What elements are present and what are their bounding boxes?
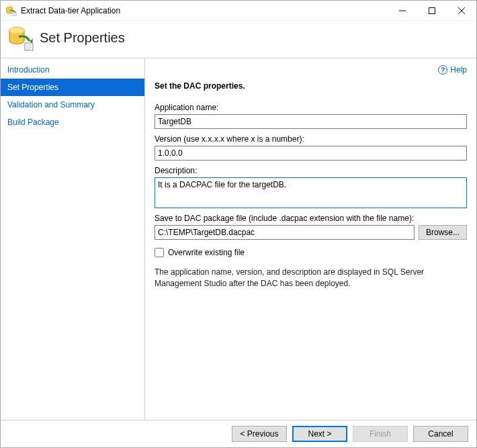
info-text: The application name, version, and descr… — [155, 267, 467, 289]
close-button[interactable] — [447, 1, 476, 21]
version-label: Version (use x.x.x.x where x is a number… — [155, 134, 467, 144]
description-label: Description: — [155, 166, 467, 175]
save-path-input[interactable] — [155, 225, 415, 240]
titlebar: Extract Data-tier Application — [1, 1, 476, 21]
maximize-button[interactable] — [417, 1, 447, 21]
browse-button[interactable]: Browse... — [419, 225, 467, 240]
help-icon[interactable]: ? — [438, 65, 447, 75]
sidebar-item-build-package[interactable]: Build Package — [1, 114, 144, 131]
save-path-label: Save to DAC package file (include .dacpa… — [155, 214, 467, 223]
footer: < Previous Next > Finish Cancel — [1, 420, 476, 447]
overwrite-checkbox[interactable] — [155, 248, 164, 257]
window-title: Extract Data-tier Application — [21, 6, 388, 15]
overwrite-label: Overwrite existing file — [168, 248, 245, 257]
next-button[interactable]: Next > — [292, 426, 347, 442]
page-title: Set Properties — [40, 30, 125, 46]
finish-button: Finish — [353, 426, 408, 442]
help-link[interactable]: Help — [450, 65, 467, 75]
previous-button[interactable]: < Previous — [232, 426, 287, 442]
overwrite-row[interactable]: Overwrite existing file — [155, 248, 467, 257]
wizard-icon — [7, 25, 34, 52]
sidebar: Introduction Set Properties Validation a… — [1, 58, 145, 420]
cancel-button[interactable]: Cancel — [413, 426, 468, 442]
section-title: Set the DAC properties. — [155, 81, 467, 91]
sidebar-item-set-properties[interactable]: Set Properties — [1, 79, 144, 96]
description-input[interactable] — [155, 177, 467, 208]
main-panel: ? Help Set the DAC properties. Applicati… — [145, 58, 476, 420]
window-controls — [388, 1, 476, 21]
version-input[interactable] — [155, 146, 467, 161]
minimize-button[interactable] — [388, 1, 417, 21]
sidebar-item-validation-summary[interactable]: Validation and Summary — [1, 96, 144, 114]
svg-rect-1 — [13, 13, 16, 15]
svg-point-7 — [9, 27, 24, 33]
app-name-label: Application name: — [155, 103, 467, 112]
sidebar-item-introduction[interactable]: Introduction — [1, 61, 144, 79]
app-icon — [6, 5, 17, 16]
svg-rect-3 — [429, 7, 435, 13]
app-name-input[interactable] — [155, 114, 467, 129]
header: Set Properties — [1, 21, 476, 58]
